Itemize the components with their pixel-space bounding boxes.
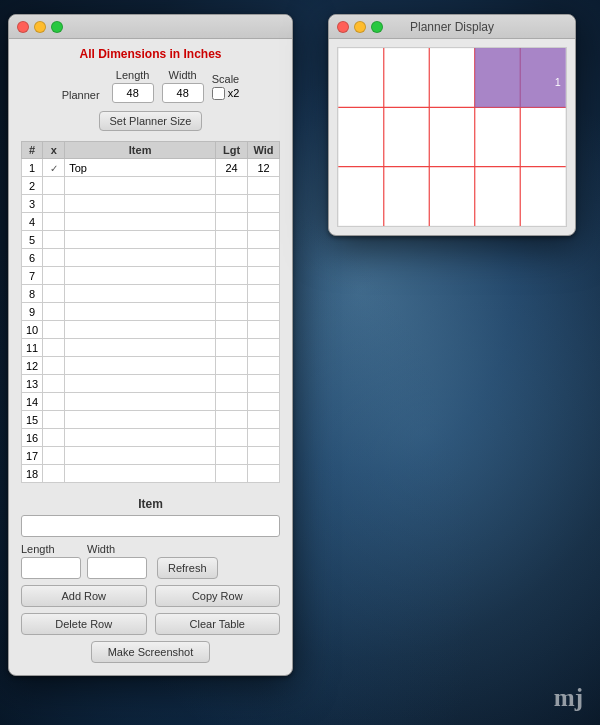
planner-window: All Dimensions in Inches Planner Length …	[8, 14, 293, 676]
table-row[interactable]: 18	[22, 465, 280, 483]
table-row[interactable]: 12	[22, 357, 280, 375]
cell-item[interactable]	[65, 285, 216, 303]
cell-check[interactable]	[43, 357, 65, 375]
cell-item[interactable]	[65, 195, 216, 213]
table-row[interactable]: 17	[22, 447, 280, 465]
table-row[interactable]: 13	[22, 375, 280, 393]
cell-wid	[248, 429, 280, 447]
cell-lgt	[216, 429, 248, 447]
cell-lgt	[216, 447, 248, 465]
cell-lgt	[216, 339, 248, 357]
display-minimize-button[interactable]	[354, 21, 366, 33]
cell-num: 9	[22, 303, 43, 321]
cell-check[interactable]	[43, 195, 65, 213]
cell-wid	[248, 339, 280, 357]
set-planner-button[interactable]: Set Planner Size	[99, 111, 203, 131]
length-width-row: Length Width Refresh	[21, 543, 280, 579]
cell-check[interactable]	[43, 285, 65, 303]
cell-item[interactable]	[65, 339, 216, 357]
cell-check[interactable]	[43, 339, 65, 357]
cell-check[interactable]	[43, 249, 65, 267]
display-close-button[interactable]	[337, 21, 349, 33]
cell-lgt	[216, 393, 248, 411]
cell-item[interactable]	[65, 357, 216, 375]
length-field-input[interactable]	[21, 557, 81, 579]
cell-check[interactable]	[43, 267, 65, 285]
table-row[interactable]: 3	[22, 195, 280, 213]
table-row[interactable]: 2	[22, 177, 280, 195]
cell-item[interactable]	[65, 267, 216, 285]
cell-item[interactable]	[65, 303, 216, 321]
display-maximize-button[interactable]	[371, 21, 383, 33]
table-row[interactable]: 15	[22, 411, 280, 429]
minimize-button[interactable]	[34, 21, 46, 33]
cell-item[interactable]	[65, 375, 216, 393]
table-row[interactable]: 1 ✓ Top 24 12	[22, 159, 280, 177]
planner-content: All Dimensions in Inches Planner Length …	[9, 39, 292, 675]
cell-num: 2	[22, 177, 43, 195]
cell-item[interactable]	[65, 393, 216, 411]
table-row[interactable]: 10	[22, 321, 280, 339]
cell-item[interactable]	[65, 411, 216, 429]
cell-item[interactable]	[65, 447, 216, 465]
cell-lgt	[216, 195, 248, 213]
maximize-button[interactable]	[51, 21, 63, 33]
svg-text:mj: mj	[554, 684, 583, 711]
delete-clear-row: Delete Row Clear Table	[21, 613, 280, 635]
scale-x2-label: x2	[228, 87, 240, 99]
cell-check[interactable]	[43, 213, 65, 231]
cell-check[interactable]	[43, 447, 65, 465]
scale-x2-checkbox[interactable]	[212, 87, 225, 100]
cell-check[interactable]	[43, 321, 65, 339]
cell-item[interactable]	[65, 429, 216, 447]
cell-item[interactable]	[65, 321, 216, 339]
planner-width-input[interactable]	[162, 83, 204, 103]
cell-num: 18	[22, 465, 43, 483]
table-row[interactable]: 5	[22, 231, 280, 249]
copy-row-button[interactable]: Copy Row	[155, 585, 281, 607]
table-row[interactable]: 8	[22, 285, 280, 303]
cell-check[interactable]	[43, 411, 65, 429]
display-titlebar: Planner Display	[329, 15, 575, 39]
cell-item[interactable]	[65, 249, 216, 267]
table-row[interactable]: 7	[22, 267, 280, 285]
cell-check[interactable]: ✓	[43, 159, 65, 177]
cell-num: 6	[22, 249, 43, 267]
cell-check[interactable]	[43, 231, 65, 249]
cell-lgt	[216, 465, 248, 483]
scale-header: Scale	[212, 73, 240, 85]
make-screenshot-button[interactable]: Make Screenshot	[91, 641, 211, 663]
cell-item[interactable]	[65, 465, 216, 483]
cell-lgt	[216, 411, 248, 429]
item-input[interactable]	[21, 515, 280, 537]
close-button[interactable]	[17, 21, 29, 33]
cell-wid	[248, 447, 280, 465]
table-row[interactable]: 9	[22, 303, 280, 321]
cell-check[interactable]	[43, 375, 65, 393]
cell-check[interactable]	[43, 393, 65, 411]
clear-table-button[interactable]: Clear Table	[155, 613, 281, 635]
cell-check[interactable]	[43, 303, 65, 321]
delete-row-button[interactable]: Delete Row	[21, 613, 147, 635]
table-row[interactable]: 11	[22, 339, 280, 357]
table-row[interactable]: 4	[22, 213, 280, 231]
cell-check[interactable]	[43, 465, 65, 483]
cell-item[interactable]	[65, 213, 216, 231]
cell-item[interactable]	[65, 177, 216, 195]
width-field-input[interactable]	[87, 557, 147, 579]
table-row[interactable]: 16	[22, 429, 280, 447]
table-row[interactable]: 14	[22, 393, 280, 411]
refresh-button[interactable]: Refresh	[157, 557, 218, 579]
cell-wid: 12	[248, 159, 280, 177]
table-row[interactable]: 6	[22, 249, 280, 267]
cell-item[interactable]: Top	[65, 159, 216, 177]
planner-length-input[interactable]	[112, 83, 154, 103]
table-header-row: # x Item Lgt Wid	[22, 142, 280, 159]
section-title: All Dimensions in Inches	[21, 47, 280, 61]
cell-check[interactable]	[43, 429, 65, 447]
cell-lgt	[216, 321, 248, 339]
cell-item[interactable]	[65, 231, 216, 249]
width-field-group: Width	[87, 543, 147, 579]
add-row-button[interactable]: Add Row	[21, 585, 147, 607]
cell-check[interactable]	[43, 177, 65, 195]
